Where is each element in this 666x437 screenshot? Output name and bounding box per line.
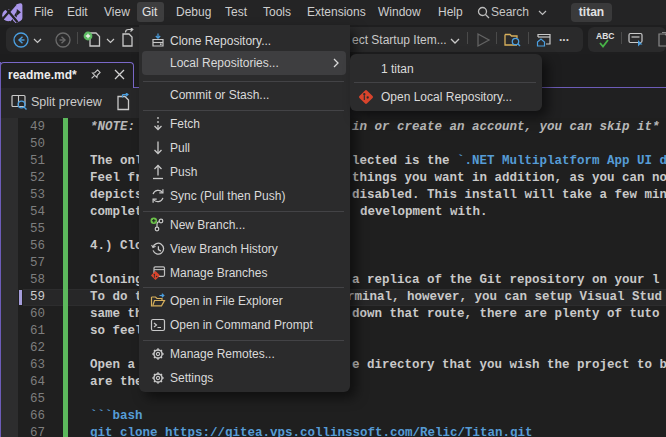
svg-text:ABC: ABC: [596, 31, 614, 41]
